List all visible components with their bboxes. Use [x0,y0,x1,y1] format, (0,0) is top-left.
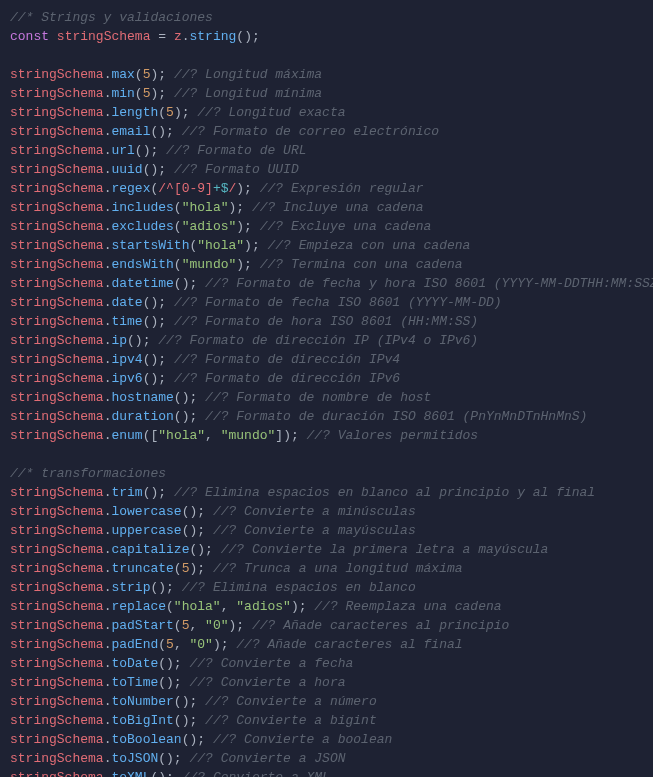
method-name: string [190,29,237,44]
object-name: stringSchema [10,751,104,766]
object-name: stringSchema [10,504,104,519]
comment: //? Convierte a XML [182,770,330,777]
paren-close: ); [189,504,205,519]
method-name: padStart [111,618,173,633]
comment: //? Convierte a mayúsculas [213,523,416,538]
object-name: stringSchema [10,485,104,500]
comment: //? Convierte a fecha [189,656,353,671]
code-line: stringSchema.padStart(5, "0"); //? Añade… [10,616,643,635]
method-name: toJSON [111,751,158,766]
object-name: stringSchema [10,523,104,538]
comment: //? Convierte a JSON [189,751,345,766]
comment: //? Elimina espacios en blanco al princi… [174,485,595,500]
object-name: stringSchema [10,238,104,253]
paren-open: ( [127,333,135,348]
object-name: stringSchema [10,694,104,709]
object-name: stringSchema [10,352,104,367]
code-block: //* Strings y validacionesconst stringSc… [10,8,643,777]
method-name: datetime [111,276,173,291]
comment: //? Reemplaza una cadena [314,599,501,614]
method-name: excludes [111,219,173,234]
comment: //? Formato de dirección IPv6 [174,371,400,386]
paren-close: ); [158,770,174,777]
object-name: stringSchema [10,124,104,139]
method-name: max [111,67,134,82]
paren-open: ( [174,694,182,709]
code-line: stringSchema.padEnd(5, "0"); //? Añade c… [10,635,643,654]
string-literal: "adios" [236,599,291,614]
code-line: //* transformaciones [10,464,643,483]
code-line: stringSchema.min(5); //? Longitud mínima [10,84,643,103]
string-literal: "hola" [197,238,244,253]
paren-close: ); [150,485,166,500]
method-name: length [111,105,158,120]
object-name: stringSchema [10,219,104,234]
paren-open: ( [174,257,182,272]
paren-close: ); [229,618,245,633]
comment: //? Formato de dirección IP (IPv4 o IPv6… [158,333,478,348]
method-name: endsWith [111,257,173,272]
paren-close: ); [228,200,244,215]
paren-open: ( [158,656,166,671]
code-line: stringSchema.capitalize(); //? Convierte… [10,540,643,559]
comment: //? Convierte la primera letra a mayúscu… [221,542,549,557]
method-name: hostname [111,390,173,405]
paren-open: ( [158,637,166,652]
bracket-close: ] [275,428,283,443]
code-line: const stringSchema = z.string(); [10,27,643,46]
method-name: uuid [111,162,142,177]
method-name: lowercase [111,504,181,519]
paren-close: ); [166,751,182,766]
paren-close: ); [135,333,151,348]
string-literal: "adios" [182,219,237,234]
paren-open: ( [135,86,143,101]
comment: //* transformaciones [10,466,166,481]
method-name: regex [111,181,150,196]
object-name: stringSchema [10,143,104,158]
method-name: replace [111,599,166,614]
code-line: stringSchema.toJSON(); //? Convierte a J… [10,749,643,768]
method-name: capitalize [111,542,189,557]
code-line: //* Strings y validaciones [10,8,643,27]
comment: //? Formato de duración ISO 8601 (PnYnMn… [205,409,587,424]
paren-open: ( [174,390,182,405]
comment: //? Longitud mínima [174,86,322,101]
paren-close: ); [182,713,198,728]
comment: //? Empieza con una cadena [268,238,471,253]
comment: //? Longitud máxima [174,67,322,82]
paren-open: ( [166,599,174,614]
paren-close: ); [150,371,166,386]
number-literal: 5 [166,637,174,652]
code-line: stringSchema.toXML(); //? Convierte a XM… [10,768,643,777]
comment: //? Formato de fecha y hora ISO 8601 (YY… [205,276,653,291]
code-line: stringSchema.uppercase(); //? Convierte … [10,521,643,540]
comment: //? Convierte a boolean [213,732,392,747]
object-name: stringSchema [10,333,104,348]
paren-close: ); [150,352,166,367]
string-literal: "mundo" [182,257,237,272]
object-name: stringSchema [10,295,104,310]
paren-open: ( [158,105,166,120]
object-name: stringSchema [10,580,104,595]
object-name: stringSchema [10,314,104,329]
object-name: z [174,29,182,44]
regex-quant: +$ [213,181,229,196]
method-name: toBoolean [111,732,181,747]
comment: //? Formato de hora ISO 8601 (HH:MM:SS) [174,314,478,329]
number-literal: 5 [166,105,174,120]
paren-open: ( [174,219,182,234]
object-name: stringSchema [10,257,104,272]
paren-close: ); [174,105,190,120]
paren-close: ); [158,580,174,595]
object-name: stringSchema [10,599,104,614]
paren-close: ); [236,181,252,196]
object-name: stringSchema [10,770,104,777]
code-line: stringSchema.endsWith("mundo"); //? Term… [10,255,643,274]
paren-close: ); [143,143,159,158]
method-name: startsWith [111,238,189,253]
comment: //? Formato de URL [166,143,306,158]
paren-open: ( [135,143,143,158]
method-name: strip [111,580,150,595]
code-line: stringSchema.max(5); //? Longitud máxima [10,65,643,84]
paren-close: ); [291,599,307,614]
